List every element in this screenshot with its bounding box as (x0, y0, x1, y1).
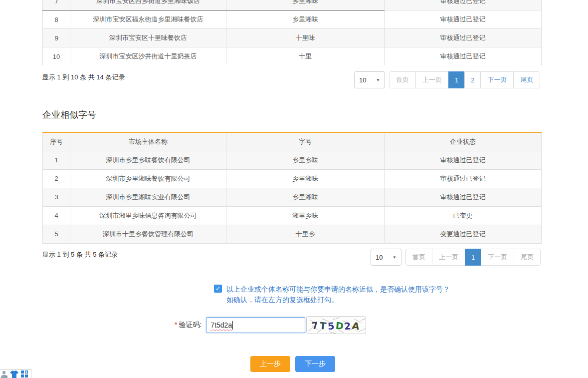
pagination-2: 10 ▼ 首页 上一页 1 下一页 尾页 (371, 249, 541, 266)
confirm-line-1: 以上企业或个体名称可能与你要申请的名称近似，是否确认使用该字号？ (226, 284, 450, 295)
pagination-page-2-button[interactable]: 2 (464, 71, 481, 88)
previous-step-button[interactable]: 上一步 (250, 356, 290, 372)
cell-status: 审核通过已登记 (385, 10, 542, 29)
pagination-next-button[interactable]: 下一页 (480, 71, 514, 88)
cell-status: 审核通过已登记 (385, 47, 542, 66)
cell-seq: 4 (43, 206, 70, 225)
page-size-select[interactable]: 10 ▼ (371, 249, 401, 266)
cell-status: 审核通过已登记 (385, 29, 542, 47)
cell-seq: 8 (43, 10, 70, 29)
captcha-svg: 7 T 5 D 2 A (307, 317, 366, 334)
records-summary-2: 显示 1 到 5 条 共 5 条记录 (42, 250, 118, 259)
pagination-first-button[interactable]: 首页 (405, 249, 432, 266)
pagination-prev-button[interactable]: 上一页 (415, 71, 449, 88)
pagination-page-1-button[interactable]: 1 (448, 71, 465, 88)
chevron-down-icon: ▼ (376, 78, 380, 82)
tshirt-icon[interactable] (10, 371, 18, 378)
pagination-next-button[interactable]: 下一页 (481, 249, 514, 266)
cell-seq: 5 (43, 225, 70, 243)
next-step-button[interactable]: 下一步 (295, 356, 335, 372)
cell-name: 深圳市十里乡餐饮管理有限公司 (70, 225, 226, 243)
table-row: 10 深圳市宝安区沙井街道十里奶茶店 十里 审核通过已登记 (43, 47, 542, 66)
cell-name: 深圳市乡里乡味餐饮有限公司 (70, 151, 226, 169)
records-summary-1: 显示 1 到 10 条 共 14 条记录 (42, 73, 125, 82)
confirm-text: 以上企业或个体名称可能与你要申请的名称近似，是否确认使用该字号？ 如确认，请在左… (226, 284, 450, 305)
cell-status: 审核通过已登记 (385, 169, 542, 188)
table-row: 8 深圳市宝安区福永街道乡里湘味餐饮店 乡里湘味 审核通过已登记 (43, 10, 542, 29)
browser-plugin-widget (0, 369, 31, 378)
cell-zihao: 十里 (226, 47, 385, 66)
page-size-value: 10 (359, 76, 366, 84)
pagination-page-1-button[interactable]: 1 (465, 249, 481, 266)
col-header-zihao: 字号 (226, 132, 385, 151)
table-row: 5 深圳市十里乡餐饮管理有限公司 十里乡 变更通过已登记 (43, 225, 542, 243)
captcha-char: 5 (327, 320, 335, 332)
pagination-prev-button[interactable]: 上一页 (432, 249, 465, 266)
section-title: 企业相似字号 (42, 109, 96, 121)
similar-names-table-2: 序号 市场主体名称 字号 企业状态 1 深圳市乡里乡味餐饮有限公司 乡里乡味 审… (42, 132, 542, 244)
cell-name: 深圳市乡里湘味餐饮有限公司 (70, 169, 226, 188)
cell-name: 深圳市宝安区十里味餐饮店 (70, 29, 226, 47)
captcha-input-value: 7t5d2a (210, 321, 232, 329)
required-asterisk: * (175, 321, 177, 329)
table-row: 7 深圳市宝安区西乡街道乡里湘味饭店 乡里湘味 审核通过已登记 (43, 0, 542, 10)
col-header-seq: 序号 (43, 132, 70, 151)
cell-status: 审核通过已登记 (385, 0, 542, 10)
cell-zihao: 乡里湘味 (226, 0, 385, 10)
cell-seq: 7 (43, 0, 70, 10)
cell-zihao: 乡里湘味 (226, 188, 385, 206)
captcha-row: *验证码: 7t5d2a 7 T 5 D 2 A (175, 316, 366, 334)
pagination-1: 10 ▼ 首页 上一页 1 2 下一页 尾页 (354, 71, 540, 88)
cell-zihao: 湘里乡味 (226, 206, 385, 225)
apps-grid-icon[interactable] (21, 371, 28, 378)
pagination-first-button[interactable]: 首页 (389, 71, 416, 88)
cell-status: 审核通过已登记 (385, 151, 542, 169)
cell-seq: 1 (43, 151, 70, 169)
cell-name: 深圳市湘里乡味信息咨询有限公司 (70, 206, 226, 225)
pagination-last-button[interactable]: 尾页 (513, 71, 540, 88)
captcha-input[interactable]: 7t5d2a (206, 317, 305, 333)
confirm-checkbox[interactable]: ✓ (214, 285, 222, 293)
cell-zihao: 乡里乡味 (226, 151, 385, 169)
table-row: 9 深圳市宝安区十里味餐饮店 十里味 审核通过已登记 (43, 29, 542, 47)
table-row: 2 深圳市乡里湘味餐饮有限公司 乡里湘味 审核通过已登记 (43, 169, 542, 188)
col-header-name: 市场主体名称 (70, 132, 226, 151)
text-cursor (232, 321, 233, 330)
cell-status: 已变更 (385, 206, 542, 225)
cell-seq: 2 (43, 169, 70, 188)
cell-seq: 3 (43, 188, 70, 206)
cell-name: 深圳市宝安区西乡街道乡里湘味饭店 (70, 0, 226, 10)
confirm-line-2: 如确认，请在左方的复选框处打勾。 (226, 295, 450, 305)
cell-name: 深圳市宝安区沙井街道十里奶茶店 (70, 47, 226, 66)
table-header-row: 序号 市场主体名称 字号 企业状态 (43, 132, 542, 151)
cell-zihao: 十里乡 (226, 225, 385, 243)
captcha-char: 2 (344, 320, 351, 332)
chevron-down-icon: ▼ (392, 255, 396, 260)
user-icon[interactable] (0, 371, 7, 378)
captcha-char: 7 (311, 320, 319, 332)
captcha-char: D (335, 320, 344, 332)
cell-name: 深圳市乡里湘味实业有限公司 (70, 188, 226, 206)
table-row: 1 深圳市乡里乡味餐饮有限公司 乡里乡味 审核通过已登记 (43, 151, 542, 169)
captcha-label: *验证码: (175, 321, 201, 330)
pagination-last-button[interactable]: 尾页 (514, 249, 541, 266)
page-size-select[interactable]: 10 ▼ (354, 71, 385, 88)
cell-zihao: 乡里湘味 (226, 169, 385, 188)
table-row: 3 深圳市乡里湘味实业有限公司 乡里湘味 审核通过已登记 (43, 188, 542, 206)
form-actions: 上一步 下一步 (250, 356, 335, 372)
similar-names-table-1: 7 深圳市宝安区西乡街道乡里湘味饭店 乡里湘味 审核通过已登记 8 深圳市宝安区… (42, 0, 542, 65)
page-size-value: 10 (376, 254, 383, 261)
table-row: 4 深圳市湘里乡味信息咨询有限公司 湘里乡味 已变更 (43, 206, 542, 225)
cell-status: 审核通过已登记 (385, 188, 542, 206)
confirm-similar-name-block: ✓ 以上企业或个体名称可能与你要申请的名称近似，是否确认使用该字号？ 如确认，请… (214, 284, 450, 305)
cell-seq: 9 (43, 29, 70, 47)
captcha-image[interactable]: 7 T 5 D 2 A (306, 316, 366, 334)
cell-zihao: 乡里湘味 (226, 10, 385, 29)
cell-name: 深圳市宝安区福永街道乡里湘味餐饮店 (70, 10, 226, 29)
cell-status: 变更通过已登记 (385, 225, 542, 243)
captcha-char: T (319, 320, 327, 332)
cell-seq: 10 (43, 47, 70, 66)
captcha-char: A (352, 320, 361, 332)
col-header-status: 企业状态 (385, 132, 542, 151)
cell-zihao: 十里味 (226, 29, 385, 47)
